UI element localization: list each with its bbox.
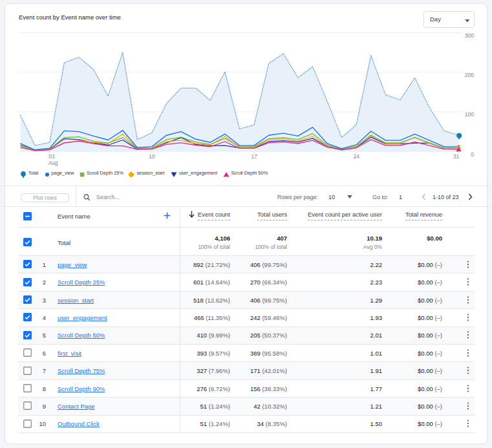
- svg-text:31: 31: [453, 153, 460, 160]
- svg-text:24: 24: [354, 153, 360, 160]
- svg-text:0: 0: [471, 151, 474, 158]
- svg-text:Aug: Aug: [48, 160, 58, 166]
- svg-text:17: 17: [251, 153, 257, 160]
- svg-text:100: 100: [465, 111, 474, 118]
- svg-text:300: 300: [465, 32, 474, 39]
- svg-text:10: 10: [149, 153, 155, 160]
- svg-text:03: 03: [48, 153, 55, 160]
- svg-text:200: 200: [465, 72, 474, 78]
